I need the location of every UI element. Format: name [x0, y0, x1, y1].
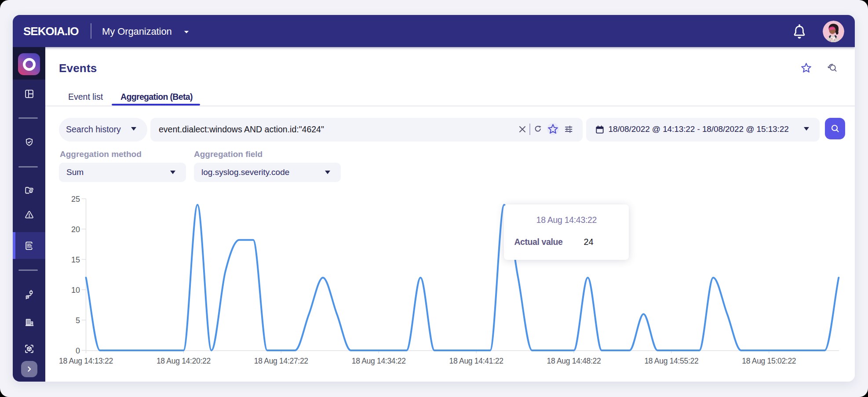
svg-text:15: 15: [71, 255, 80, 264]
svg-text:18 Aug 14:13:22: 18 Aug 14:13:22: [59, 357, 113, 365]
svg-text:18 Aug 14:27:22: 18 Aug 14:27:22: [254, 357, 308, 365]
svg-text:5: 5: [76, 316, 80, 325]
svg-text:18 Aug 14:48:22: 18 Aug 14:48:22: [547, 357, 601, 365]
svg-text:18 Aug 14:34:22: 18 Aug 14:34:22: [352, 357, 406, 365]
svg-text:18 Aug 14:55:22: 18 Aug 14:55:22: [644, 357, 698, 365]
svg-text:18 Aug 15:02:22: 18 Aug 15:02:22: [742, 357, 796, 365]
svg-text:18 Aug 14:20:22: 18 Aug 14:20:22: [157, 357, 211, 365]
svg-text:0: 0: [76, 346, 80, 355]
svg-text:20: 20: [71, 225, 80, 234]
svg-text:25: 25: [71, 195, 80, 204]
svg-text:18 Aug 14:41:22: 18 Aug 14:41:22: [449, 357, 503, 365]
svg-text:10: 10: [71, 286, 80, 295]
